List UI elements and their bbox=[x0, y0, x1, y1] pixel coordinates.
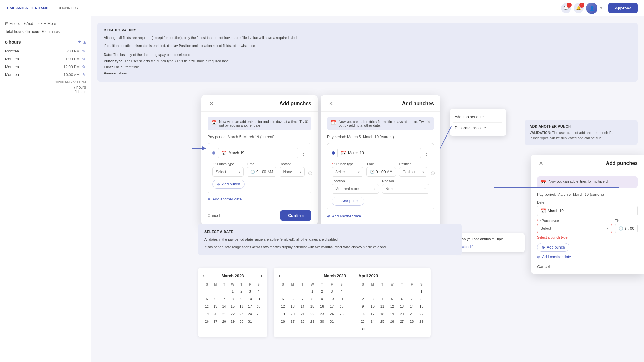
calendar-day[interactable]: 12 bbox=[203, 303, 210, 310]
avatar[interactable]: 👤 bbox=[586, 3, 597, 14]
calendar-day[interactable]: 17 bbox=[246, 303, 253, 310]
dialog1-add-another-date-button[interactable]: ⊕ Add another date bbox=[208, 197, 311, 201]
calendar-day[interactable]: 28 bbox=[220, 318, 228, 325]
calendar-day[interactable]: 16 bbox=[238, 303, 245, 310]
calendar-day[interactable]: 5 bbox=[279, 296, 287, 302]
calendar-day[interactable]: 7 bbox=[408, 296, 416, 302]
add-button[interactable]: + Add bbox=[24, 21, 33, 26]
calendar-day[interactable]: 10 bbox=[368, 303, 377, 310]
calendar-day[interactable]: 8 bbox=[417, 296, 426, 302]
calendar-day[interactable]: 8 bbox=[229, 296, 236, 302]
dialog3-close-button[interactable]: ✕ bbox=[537, 160, 545, 167]
calendar-day[interactable]: 29 bbox=[308, 318, 316, 325]
dialog1-more-icon[interactable]: ⋮ bbox=[301, 150, 307, 156]
calendar-day[interactable]: 30 bbox=[318, 318, 326, 325]
calendar-day[interactable]: 3 bbox=[328, 288, 336, 294]
dialog1-banner-close[interactable]: ✕ bbox=[304, 119, 308, 124]
calendar-day[interactable]: 7 bbox=[298, 296, 307, 302]
calendar-day[interactable]: 28 bbox=[408, 318, 416, 325]
calendar-day[interactable]: 6 bbox=[398, 296, 406, 302]
calendar-day[interactable]: 31 bbox=[328, 318, 336, 325]
calendar-day[interactable]: 29 bbox=[417, 318, 426, 325]
dialog2-reason-select[interactable]: None ▾ bbox=[382, 184, 429, 194]
calendar-day[interactable]: 29 bbox=[229, 318, 236, 325]
calendar-day[interactable]: 26 bbox=[279, 318, 287, 325]
calendar-day[interactable]: 17 bbox=[328, 303, 336, 310]
dialog1-confirm-button[interactable]: Confirm bbox=[280, 210, 311, 221]
dialog2-add-punch-button[interactable]: ⊕ Add punch bbox=[332, 197, 364, 206]
dialog3-cancel-button[interactable]: Cancel bbox=[537, 264, 550, 269]
calendar-day[interactable]: 25 bbox=[337, 311, 346, 317]
calendar-day[interactable]: 1 bbox=[417, 288, 426, 294]
more-button[interactable]: ⚬⚬⚬ More bbox=[37, 21, 56, 26]
nav-channels[interactable]: CHANNELS bbox=[57, 6, 78, 10]
calendar-day[interactable]: 4 bbox=[255, 288, 262, 294]
calendar-day[interactable]: 25 bbox=[255, 311, 262, 317]
dialog2-remove-btn[interactable]: ⊖ bbox=[430, 170, 435, 177]
calendar-day[interactable]: 18 bbox=[378, 311, 386, 317]
calendar-day[interactable]: 23 bbox=[358, 318, 367, 325]
calendar-day[interactable]: 19 bbox=[279, 311, 287, 317]
cal2-prev-button[interactable]: ‹ bbox=[279, 273, 280, 278]
calendar-day[interactable]: 19 bbox=[203, 311, 210, 317]
dialog2-close-button[interactable]: ✕ bbox=[327, 100, 335, 107]
calendar-day[interactable]: 22 bbox=[308, 311, 316, 317]
calendar-day[interactable]: 18 bbox=[255, 303, 262, 310]
calendar-day[interactable]: 20 bbox=[398, 311, 406, 317]
dialog1-add-punch-button[interactable]: ⊕ Add punch bbox=[212, 180, 245, 189]
dialog1-punch-type-select[interactable]: Select ▾ bbox=[212, 167, 244, 177]
chevron-down-icon[interactable]: ▾ bbox=[600, 6, 602, 10]
nav-time-attendance[interactable]: TIME AND ATTENDANCE bbox=[6, 6, 51, 10]
calendar-day[interactable]: 30 bbox=[358, 326, 367, 332]
dialog1-time-input[interactable]: 🕐 9 : 00 AM bbox=[247, 167, 276, 177]
calendar-day[interactable]: 16 bbox=[358, 311, 367, 317]
calendar-day[interactable]: 24 bbox=[368, 318, 377, 325]
calendar-day[interactable]: 20 bbox=[212, 311, 219, 317]
cal2-next-button[interactable]: › bbox=[424, 273, 426, 278]
calendar-day[interactable]: 6 bbox=[212, 296, 219, 302]
calendar-day[interactable]: 3 bbox=[246, 288, 253, 294]
dialog3-punch-type-select[interactable]: Select ▾ bbox=[537, 224, 612, 233]
dialog3-add-punch-button[interactable]: ⊕ Add punch bbox=[537, 243, 569, 252]
edit-icon[interactable]: ✎ bbox=[82, 72, 86, 77]
dialog3-time-input[interactable]: 🕐 9 : 00 bbox=[615, 224, 638, 233]
dialog2-punch-type-select[interactable]: Select ▾ bbox=[332, 167, 363, 177]
calendar-day[interactable]: 27 bbox=[212, 318, 219, 325]
calendar-day[interactable]: 11 bbox=[255, 296, 262, 302]
approve-button[interactable]: Approve bbox=[608, 3, 638, 13]
calendar-day[interactable]: 18 bbox=[337, 303, 346, 310]
calendar-day[interactable]: 26 bbox=[203, 318, 210, 325]
calendar-day[interactable]: 11 bbox=[378, 303, 386, 310]
calendar-day[interactable]: 22 bbox=[229, 311, 236, 317]
dialog2-date-input[interactable]: 📅 March 19 bbox=[337, 148, 421, 158]
dialog3-date-input[interactable]: 📅 March 19 bbox=[537, 206, 638, 216]
calendar-day[interactable]: 11 bbox=[337, 296, 346, 302]
calendar-day[interactable]: 19 bbox=[388, 311, 396, 317]
calendar-day[interactable]: 28 bbox=[298, 318, 307, 325]
calendar-day[interactable]: 21 bbox=[220, 311, 228, 317]
dialog2-confirm-button[interactable]: Confirm bbox=[403, 225, 434, 235]
dialog2-more-icon[interactable]: ⋮ bbox=[424, 150, 429, 156]
edit-icon[interactable]: ✎ bbox=[82, 57, 86, 62]
calendar-day[interactable]: 14 bbox=[220, 303, 228, 310]
dialog2-cancel-button[interactable]: Cancel bbox=[327, 228, 340, 232]
calendar-day[interactable]: 26 bbox=[388, 318, 396, 325]
calendar-day[interactable]: 13 bbox=[288, 303, 297, 310]
calendar-day[interactable]: 21 bbox=[298, 311, 307, 317]
dialog1-remove-btn[interactable]: ⊖ bbox=[308, 170, 313, 177]
calendar-day[interactable]: 8 bbox=[308, 296, 316, 302]
calendar-day[interactable]: 2 bbox=[238, 288, 245, 294]
add-hours-icon[interactable]: + bbox=[78, 39, 81, 45]
calendar-day[interactable]: 23 bbox=[318, 311, 326, 317]
calendar-day[interactable]: 9 bbox=[318, 296, 326, 302]
calendar-day[interactable]: 27 bbox=[288, 318, 297, 325]
calendar-day[interactable]: 12 bbox=[279, 303, 287, 310]
calendar-day[interactable]: 9 bbox=[358, 303, 367, 310]
calendar-day[interactable]: 2 bbox=[318, 288, 326, 294]
calendar-day[interactable]: 12 bbox=[388, 303, 396, 310]
calendar-day[interactable]: 20 bbox=[288, 311, 297, 317]
tooltip-add-another-date[interactable]: Add another date bbox=[450, 112, 506, 122]
cal1-prev-button[interactable]: ‹ bbox=[203, 273, 205, 278]
calendar-day[interactable]: 15 bbox=[229, 303, 236, 310]
calendar-day[interactable]: 2 bbox=[358, 296, 367, 302]
